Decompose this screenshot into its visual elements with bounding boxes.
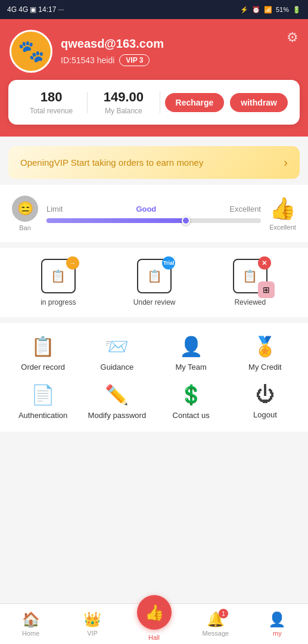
credit-bar-fill bbox=[46, 218, 186, 223]
vip-badge: VIP 3 bbox=[119, 54, 150, 66]
in-progress-icon-box: 📋 → bbox=[41, 259, 76, 293]
menu-contact-us[interactable]: 💲 Contact us bbox=[161, 383, 221, 420]
status-right: ⚡ ⏰ 📶 51% 🔋 bbox=[240, 6, 301, 14]
excellent-icon-label: Excellent bbox=[269, 224, 296, 231]
good-label: Good bbox=[136, 205, 156, 213]
vip-banner-arrow: › bbox=[284, 156, 288, 169]
message-badge-wrap: 🔔 1 bbox=[207, 611, 225, 628]
status-in-progress[interactable]: 📋 → in progress bbox=[41, 259, 76, 306]
reviewed-label: Reviewed bbox=[234, 298, 266, 306]
menu-logout[interactable]: ⏻ Logout bbox=[235, 383, 295, 420]
guidance-icon: 📨 bbox=[105, 335, 129, 358]
menu-authentication[interactable]: 📄 Authentication bbox=[13, 383, 73, 420]
alarm-icon: ⏰ bbox=[252, 6, 260, 14]
nav-message[interactable]: 🔔 1 Message bbox=[185, 611, 246, 637]
modify-password-label: Modify password bbox=[88, 411, 147, 420]
menu-order-record[interactable]: 📋 Order record bbox=[13, 335, 73, 371]
avatar: 🐾 bbox=[10, 30, 52, 73]
vip-banner-text: OpeningVIP Start taking orders to earn m… bbox=[20, 157, 203, 168]
balance-card: 180 Total revenue 149.00 My Balance Rech… bbox=[8, 80, 300, 125]
vip-banner[interactable]: OpeningVIP Start taking orders to earn m… bbox=[8, 146, 300, 179]
excellent-icon-item: 👍 Excellent bbox=[269, 196, 296, 231]
nav-hall[interactable]: 👍 Hall bbox=[123, 607, 185, 641]
my-team-label: My Team bbox=[175, 363, 207, 371]
under-review-icon-box: 📋 Trial bbox=[137, 259, 172, 293]
total-revenue-item: 180 Total revenue bbox=[20, 89, 82, 115]
logout-label: Logout bbox=[253, 410, 277, 419]
status-reviewed[interactable]: 📋 ✕ ⊞ Reviewed bbox=[233, 259, 267, 306]
my-balance-item: 149.00 My Balance bbox=[92, 89, 154, 115]
credit-bar-thumb bbox=[182, 216, 190, 225]
message-badge: 1 bbox=[219, 609, 228, 618]
contact-us-icon: 💲 bbox=[179, 383, 203, 406]
profile-row: 🐾 qweasd@163.com ID:51543 heidi VIP 3 bbox=[10, 30, 298, 73]
balance-actions: Recharge withdraw bbox=[165, 93, 288, 112]
ban-face: 😑 bbox=[12, 196, 38, 222]
balance-divider-2 bbox=[160, 92, 160, 113]
status-bar: 4G 4G ▣ 14:17 ··· ⚡ ⏰ 📶 51% 🔋 bbox=[0, 0, 308, 19]
nav-vip[interactable]: 👑 VIP bbox=[61, 611, 123, 637]
profile-id: ID:51543 heidi bbox=[61, 55, 114, 65]
menu-my-team[interactable]: 👤 My Team bbox=[161, 335, 221, 371]
order-status-section: 📋 → in progress 📋 Trial Under review 📋 ✕… bbox=[0, 248, 308, 317]
recharge-button[interactable]: Recharge bbox=[165, 93, 225, 112]
message-label: Message bbox=[203, 630, 229, 637]
menu-my-credit[interactable]: 🏅 My Credit bbox=[235, 335, 295, 371]
excellent-thumb-icon: 👍 bbox=[269, 196, 296, 221]
status-icon-wrap-reviewed: 📋 ✕ ⊞ bbox=[233, 259, 267, 293]
total-revenue-label: Total revenue bbox=[30, 107, 73, 115]
credit-bar-track bbox=[46, 218, 261, 223]
my-credit-icon: 🏅 bbox=[253, 335, 277, 358]
vip-label: VIP bbox=[87, 630, 98, 637]
my-balance-label: My Balance bbox=[105, 107, 142, 115]
balance-divider bbox=[87, 92, 88, 113]
in-progress-badge: → bbox=[66, 256, 79, 270]
gear-icon[interactable]: ⚙ bbox=[287, 30, 298, 45]
ban-label: Ban bbox=[19, 224, 31, 231]
battery-icon: 🔋 bbox=[293, 6, 301, 14]
time: 14:17 bbox=[38, 5, 56, 14]
total-revenue-value: 180 bbox=[41, 89, 63, 105]
my-balance-value: 149.00 bbox=[104, 89, 144, 105]
ban-icon-item: 😑 Ban bbox=[12, 196, 38, 231]
menu-row-1: 📋 Order record 📨 Guidance 👤 My Team 🏅 My… bbox=[0, 329, 308, 377]
hall-button[interactable]: 👍 bbox=[137, 595, 172, 630]
guidance-label: Guidance bbox=[101, 363, 134, 371]
nav-my[interactable]: 👤 my bbox=[247, 611, 308, 637]
status-under-review[interactable]: 📋 Trial Under review bbox=[133, 259, 176, 306]
hall-label: Hall bbox=[148, 634, 160, 641]
home-label: Home bbox=[22, 630, 39, 637]
under-review-badge: Trial bbox=[162, 256, 175, 270]
battery: 51% bbox=[276, 6, 289, 13]
order-record-icon: 📋 bbox=[31, 335, 55, 358]
credit-labels: Limit Good Excellent bbox=[46, 205, 261, 213]
credit-bar-container: Limit Good Excellent bbox=[46, 205, 261, 223]
profile-id-row: ID:51543 heidi VIP 3 bbox=[61, 54, 298, 66]
authentication-label: Authentication bbox=[18, 411, 67, 420]
credit-section: 😑 Ban Limit Good Excellent 👍 Excellent bbox=[0, 185, 308, 242]
profile-email: qweasd@163.com bbox=[61, 37, 298, 51]
nav-home[interactable]: 🏠 Home bbox=[0, 611, 61, 637]
home-icon: 🏠 bbox=[22, 611, 40, 628]
status-left: 4G 4G ▣ 14:17 ··· bbox=[7, 5, 64, 14]
withdraw-button[interactable]: withdraw bbox=[230, 93, 288, 112]
vip-icon: 👑 bbox=[83, 611, 101, 628]
contact-us-label: Contact us bbox=[173, 411, 210, 420]
menu-section: 📋 Order record 📨 Guidance 👤 My Team 🏅 My… bbox=[0, 323, 308, 432]
my-team-icon: 👤 bbox=[179, 335, 203, 358]
status-icon-wrap-progress: 📋 → bbox=[41, 259, 76, 293]
menu-row-2: 📄 Authentication ✏️ Modify password 💲 Co… bbox=[0, 377, 308, 426]
more-icon: ··· bbox=[58, 5, 64, 14]
menu-guidance[interactable]: 📨 Guidance bbox=[87, 335, 147, 371]
in-progress-label: in progress bbox=[41, 298, 76, 306]
menu-modify-password[interactable]: ✏️ Modify password bbox=[87, 383, 147, 420]
under-review-label: Under review bbox=[133, 298, 176, 306]
logout-icon: ⏻ bbox=[256, 383, 275, 405]
reviewed-badge: ✕ bbox=[258, 256, 271, 270]
status-icon-wrap-review: 📋 Trial bbox=[137, 259, 172, 293]
limit-label: Limit bbox=[46, 205, 63, 213]
order-record-label: Order record bbox=[21, 363, 65, 371]
modify-password-icon: ✏️ bbox=[105, 383, 129, 406]
hall-icon: 👍 bbox=[145, 603, 164, 622]
profile-info: qweasd@163.com ID:51543 heidi VIP 3 bbox=[61, 37, 298, 66]
